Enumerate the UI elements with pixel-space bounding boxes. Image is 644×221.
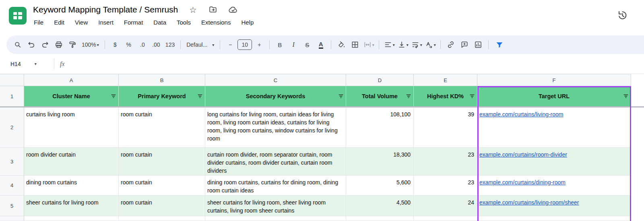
cell-highest-kd[interactable]: 23 bbox=[414, 148, 477, 176]
cell-empty[interactable] bbox=[119, 216, 205, 221]
filter-icon[interactable] bbox=[197, 93, 203, 99]
search-icon[interactable] bbox=[11, 38, 24, 51]
select-all-corner[interactable] bbox=[0, 74, 24, 86]
filter-icon[interactable] bbox=[406, 93, 411, 99]
name-box[interactable]: H14 ▾ bbox=[0, 61, 52, 67]
menu-help[interactable]: Help bbox=[241, 19, 254, 26]
row-number[interactable]: 2 bbox=[0, 107, 24, 148]
row-number[interactable] bbox=[0, 216, 24, 221]
cell-target-url[interactable]: example.com/curtains/room-divider bbox=[477, 148, 631, 176]
cell-cluster-name[interactable]: dining room curtains bbox=[24, 176, 119, 196]
menu-view[interactable]: View bbox=[75, 19, 88, 26]
version-history-icon[interactable] bbox=[616, 9, 629, 22]
cell-primary-keyword[interactable]: room curtain bbox=[119, 148, 205, 176]
menu-tools[interactable]: Tools bbox=[177, 19, 191, 26]
menu-file[interactable]: File bbox=[34, 19, 43, 26]
cell-primary-keyword[interactable]: room curtain bbox=[119, 196, 205, 216]
target-url-link[interactable]: example.com/curtains/living-room bbox=[479, 111, 564, 118]
column-header-d[interactable]: D bbox=[346, 74, 414, 86]
cell-secondary-keywords[interactable]: long curtains for living room, curtain i… bbox=[205, 107, 346, 148]
header-cell-secondary-keywords[interactable]: Secondary Keywords bbox=[205, 86, 346, 106]
menu-edit[interactable]: Edit bbox=[54, 19, 64, 26]
filter-icon[interactable] bbox=[111, 93, 116, 99]
cell-secondary-keywords[interactable]: sheer curtains for living room, sheer li… bbox=[205, 196, 346, 216]
filter-icon[interactable] bbox=[623, 93, 629, 99]
document-title[interactable]: Keyword Mapping Template / Semrush bbox=[33, 5, 178, 14]
cell-highest-kd[interactable]: 24 bbox=[414, 196, 477, 216]
insert-link-icon[interactable] bbox=[444, 38, 457, 51]
decrease-decimals-button[interactable]: .0 bbox=[136, 38, 149, 51]
row-number[interactable]: 4 bbox=[0, 176, 24, 196]
sheets-logo-icon[interactable] bbox=[9, 7, 27, 25]
filter-icon[interactable] bbox=[469, 93, 475, 99]
row-number[interactable]: 3 bbox=[0, 148, 24, 176]
column-header-a[interactable]: A bbox=[24, 74, 119, 86]
header-cell-target-url[interactable]: Target URL bbox=[477, 86, 631, 106]
target-url-link[interactable]: example.com/curtains/dining-room bbox=[479, 179, 566, 186]
menu-format[interactable]: Format bbox=[124, 19, 143, 26]
column-header-b[interactable]: B bbox=[119, 74, 205, 86]
text-wrap-icon[interactable]: ▾ bbox=[410, 38, 423, 51]
column-header-f[interactable]: F bbox=[477, 74, 631, 86]
cell-cluster-name[interactable]: curtains living room bbox=[24, 107, 119, 148]
row-number[interactable]: 5 bbox=[0, 196, 24, 216]
vertical-align-icon[interactable]: ▾ bbox=[396, 38, 409, 51]
insert-comment-icon[interactable] bbox=[458, 38, 471, 51]
cell-target-url[interactable]: example.com/curtains/dining-room bbox=[477, 176, 631, 196]
star-icon[interactable]: ☆ bbox=[188, 4, 198, 15]
menu-extensions[interactable]: Extensions bbox=[201, 19, 231, 26]
cloud-status-icon[interactable] bbox=[228, 4, 238, 15]
create-filter-icon[interactable] bbox=[493, 38, 506, 51]
menu-insert[interactable]: Insert bbox=[98, 19, 114, 26]
cell-cluster-name[interactable]: sheer curtains for living room bbox=[24, 196, 119, 216]
paint-format-icon[interactable] bbox=[66, 38, 79, 51]
format-currency-button[interactable]: $ bbox=[109, 38, 122, 51]
row-number[interactable]: 1 bbox=[0, 86, 24, 106]
cell-primary-keyword[interactable]: room curtain bbox=[119, 107, 205, 148]
cell-empty[interactable] bbox=[346, 216, 414, 221]
cell-target-url[interactable]: example.com/curtains/living-room bbox=[477, 107, 631, 148]
header-cell-cluster-name[interactable]: Cluster Name bbox=[24, 86, 119, 106]
undo-icon[interactable] bbox=[25, 38, 38, 51]
cell-highest-kd[interactable]: 39 bbox=[414, 107, 477, 148]
cell-highest-kd[interactable]: 23 bbox=[414, 176, 477, 196]
more-formats-button[interactable]: 123 bbox=[163, 38, 177, 51]
filter-icon[interactable] bbox=[338, 93, 344, 99]
text-color-button[interactable]: A bbox=[314, 38, 327, 51]
move-folder-icon[interactable] bbox=[208, 4, 218, 15]
horizontal-align-icon[interactable]: ▾ bbox=[383, 38, 396, 51]
borders-icon[interactable] bbox=[349, 38, 361, 51]
print-icon[interactable] bbox=[52, 38, 65, 51]
cell-secondary-keywords[interactable]: curtain room divider, room separator cur… bbox=[205, 148, 346, 176]
fill-color-icon[interactable] bbox=[335, 38, 348, 51]
cell-empty[interactable] bbox=[477, 216, 631, 221]
zoom-select[interactable]: 100% ▾ bbox=[80, 38, 101, 51]
insert-chart-icon[interactable] bbox=[472, 38, 485, 51]
target-url-link[interactable]: example.com/curtains/living-room/sheer bbox=[479, 199, 579, 206]
cell-primary-keyword[interactable]: room curtain bbox=[119, 176, 205, 196]
cell-total-volume[interactable]: 108,100 bbox=[346, 107, 414, 148]
increase-font-size-button[interactable]: + bbox=[253, 38, 266, 51]
merge-cells-icon[interactable]: ▾ bbox=[362, 38, 375, 51]
target-url-link[interactable]: example.com/curtains/room-divider bbox=[479, 151, 567, 158]
cell-empty[interactable] bbox=[414, 216, 477, 221]
font-select[interactable]: Defaul... ▾ bbox=[184, 38, 216, 51]
menu-data[interactable]: Data bbox=[153, 19, 166, 26]
increase-decimals-button[interactable]: .00 bbox=[150, 38, 163, 51]
text-rotation-icon[interactable]: ▾ bbox=[424, 38, 437, 51]
bold-button[interactable]: B bbox=[273, 38, 286, 51]
cell-target-url[interactable]: example.com/curtains/living-room/sheer bbox=[477, 196, 631, 216]
cell-total-volume[interactable]: 18,300 bbox=[346, 148, 414, 176]
header-cell-highest-kd[interactable]: Highest KD% bbox=[414, 86, 477, 106]
column-header-e[interactable]: E bbox=[414, 74, 477, 86]
cell-empty[interactable] bbox=[24, 216, 119, 221]
cell-secondary-keywords[interactable]: dining room curtains, curtains for dinin… bbox=[205, 176, 346, 196]
decrease-font-size-button[interactable]: − bbox=[224, 38, 237, 51]
cell-cluster-name[interactable]: room divider curtain bbox=[24, 148, 119, 176]
cell-total-volume[interactable]: 4,500 bbox=[346, 196, 414, 216]
redo-icon[interactable] bbox=[39, 38, 52, 51]
cell-total-volume[interactable]: 5,600 bbox=[346, 176, 414, 196]
format-percent-button[interactable]: % bbox=[122, 38, 135, 51]
strikethrough-button[interactable]: S bbox=[301, 38, 314, 51]
column-header-c[interactable]: C bbox=[205, 74, 346, 86]
